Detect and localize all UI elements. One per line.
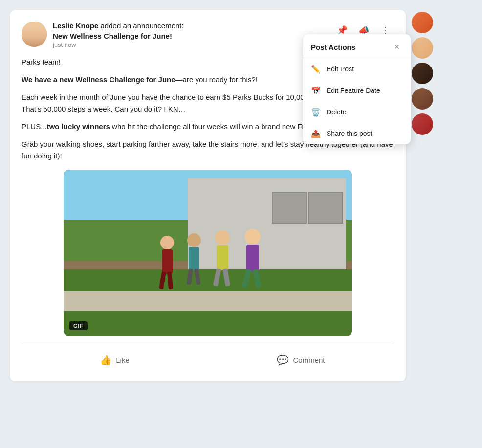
svg-rect-9 xyxy=(217,245,228,270)
edit-post-item[interactable]: ✏️ Edit Post xyxy=(303,58,411,80)
post-header: Leslie Knope added an announcement: New … xyxy=(22,22,394,48)
svg-rect-2 xyxy=(159,271,166,289)
svg-rect-5 xyxy=(189,247,199,270)
sidebar-avatar-5 xyxy=(412,113,433,135)
svg-rect-14 xyxy=(241,269,251,289)
gif-garage-door1 xyxy=(272,192,307,224)
edit-feature-date-label: Edit Feature Date xyxy=(327,87,380,94)
like-label: Like xyxy=(116,356,130,364)
svg-rect-13 xyxy=(246,245,259,271)
like-icon: 👍 xyxy=(100,354,112,366)
sidebar-avatar-2 xyxy=(412,37,433,59)
comment-icon: 💬 xyxy=(277,354,289,366)
share-icon: 📤 xyxy=(311,129,321,138)
gif-garage-door2 xyxy=(308,192,343,224)
edit-feature-date-item[interactable]: 📅 Edit Feature Date xyxy=(303,80,411,101)
edit-icon: ✏️ xyxy=(311,64,321,74)
gif-scene: GIF xyxy=(64,170,352,336)
avatar-image xyxy=(22,22,47,47)
post-timestamp: just now xyxy=(53,41,184,48)
svg-rect-1 xyxy=(162,249,173,274)
share-post-item[interactable]: 📤 Share this post xyxy=(303,123,411,144)
svg-point-0 xyxy=(160,236,174,249)
svg-rect-15 xyxy=(253,269,261,288)
comment-label: Comment xyxy=(293,356,325,364)
svg-rect-7 xyxy=(194,268,201,285)
sidebar-avatar-3 xyxy=(412,63,433,84)
gif-container: GIF xyxy=(64,170,352,336)
dropdown-header: Post Actions × xyxy=(303,34,411,58)
comment-button[interactable]: 💬 Comment xyxy=(208,350,394,370)
post-actions-dropdown: Post Actions × ✏️ Edit Post 📅 Edit Featu… xyxy=(303,34,411,144)
right-sidebar xyxy=(412,10,433,381)
gif-people-svg xyxy=(150,228,287,306)
svg-point-8 xyxy=(215,230,230,245)
author-name: Leslie Knope added an announcement: xyxy=(53,22,184,30)
delete-item[interactable]: 🗑️ Delete xyxy=(303,101,411,123)
sidebar-avatar-4 xyxy=(412,88,433,110)
post-card: Leslie Knope added an announcement: New … xyxy=(10,10,406,381)
svg-point-12 xyxy=(245,229,261,245)
page-container: Leslie Knope added an announcement: New … xyxy=(10,10,472,381)
edit-post-label: Edit Post xyxy=(327,65,354,73)
like-button[interactable]: 👍 Like xyxy=(22,350,208,370)
delete-icon: 🗑️ xyxy=(311,107,321,117)
dropdown-close-button[interactable]: × xyxy=(391,41,403,53)
delete-label: Delete xyxy=(327,108,346,116)
avatar xyxy=(22,22,47,47)
svg-rect-3 xyxy=(167,271,173,289)
svg-rect-11 xyxy=(222,268,230,286)
post-actions-icons: 📌 📣 ⋮ Post Actions × xyxy=(333,22,394,39)
dropdown-title: Post Actions xyxy=(311,43,355,51)
main-content: Leslie Knope added an announcement: New … xyxy=(10,10,406,381)
svg-rect-10 xyxy=(213,268,221,286)
author-info: Leslie Knope added an announcement: New … xyxy=(53,22,184,48)
calendar-icon: 📅 xyxy=(311,86,321,95)
sidebar-avatar-1 xyxy=(412,12,433,33)
share-post-label: Share this post xyxy=(327,130,372,137)
svg-rect-6 xyxy=(186,268,193,285)
post-footer: 👍 Like 💬 Comment xyxy=(22,344,394,370)
svg-point-4 xyxy=(187,233,201,247)
post-header-left: Leslie Knope added an announcement: New … xyxy=(22,22,184,48)
gif-badge: GIF xyxy=(69,321,88,330)
post-title: New Wellness Challenge for June! xyxy=(53,32,184,40)
